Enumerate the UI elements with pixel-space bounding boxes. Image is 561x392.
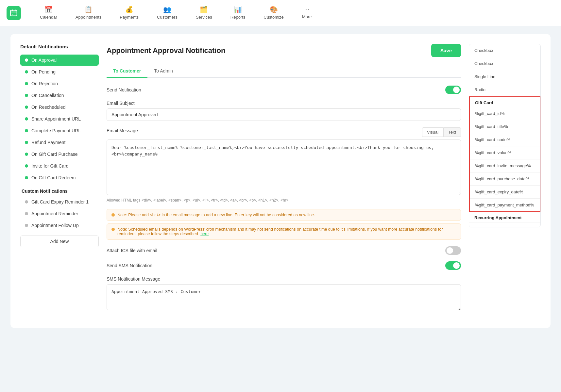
right-panel-gift-card-expiry-date[interactable]: %gift_card_expiry_date% xyxy=(470,186,540,199)
email-subject-row: Email Subject xyxy=(107,101,461,121)
right-panel-scroll[interactable]: Checkbox Checkbox Single Line Radio Gift… xyxy=(469,44,540,227)
sms-message-section: SMS Notification Message Appointment App… xyxy=(107,276,461,311)
right-panel-gift-card-code[interactable]: %gift_card_code% xyxy=(470,133,540,146)
note-1: Note: Please add <br /> in the email mes… xyxy=(107,209,461,221)
visual-text-bar: Visual Text xyxy=(422,127,461,137)
right-panel-item-single-line[interactable]: Single Line xyxy=(469,70,540,83)
nav-item-customers[interactable]: 👥 Customers xyxy=(148,2,187,24)
right-panel-gift-card-purchase-date[interactable]: %gift_card_purchase_date% xyxy=(470,172,540,186)
services-icon: 🗂️ xyxy=(200,6,208,13)
cancellation-dot xyxy=(25,94,28,97)
sidebar-item-on-pending[interactable]: On Pending xyxy=(20,66,99,77)
rescheduled-dot xyxy=(25,106,28,109)
nav-label-services: Services xyxy=(196,15,212,20)
sidebar-item-refund-payment[interactable]: Refund Payment xyxy=(20,137,99,148)
right-panel-gift-card-payment-method[interactable]: %gift_card_payment_method% xyxy=(470,199,540,211)
sidebar-label-gift-purchase: On Gift Card Purchase xyxy=(31,152,78,157)
tab-to-admin[interactable]: To Admin xyxy=(147,65,179,78)
attach-ics-control xyxy=(165,246,461,255)
sidebar-label-complete-payment: Complete Payment URL xyxy=(31,128,81,133)
nav-label-appointments: Appointments xyxy=(76,15,102,20)
logo-icon xyxy=(9,9,18,17)
allowed-tags-text: Allowed HTML tags <div>, <label>, <span>… xyxy=(107,198,461,203)
attach-ics-label: Attach ICS file with email xyxy=(107,248,165,253)
nav-item-appointments[interactable]: 📋 Appointments xyxy=(66,2,111,24)
gift-purchase-dot xyxy=(25,153,28,156)
sidebar-item-appointment-follow-up[interactable]: Appointment Follow Up xyxy=(20,220,99,231)
attach-ics-toggle[interactable] xyxy=(445,246,461,255)
send-notification-toggle[interactable] xyxy=(445,86,461,94)
email-subject-input[interactable] xyxy=(107,108,461,121)
sms-body-textarea[interactable]: Appointment Approved SMS : Customer xyxy=(107,284,461,310)
email-subject-label: Email Subject xyxy=(107,101,165,106)
right-panel-recurring-list[interactable]: %recurring_appointment_list% xyxy=(469,222,540,227)
nav-item-calendar[interactable]: 📅 Calendar xyxy=(31,2,66,24)
visual-button[interactable]: Visual xyxy=(422,127,443,137)
sidebar-item-appointment-reminder[interactable]: Appointment Reminder xyxy=(20,208,99,219)
sidebar: Default Notifications On Approval On Pen… xyxy=(20,44,99,318)
right-panel-item-checkbox-1[interactable]: Checkbox xyxy=(469,44,540,57)
tabs-container: To Customer To Admin xyxy=(107,65,461,78)
nav-item-reports[interactable]: 📊 Reports xyxy=(221,2,255,24)
note-2-link[interactable]: here xyxy=(200,232,209,236)
sidebar-item-complete-payment-url[interactable]: Complete Payment URL xyxy=(20,125,99,136)
sidebar-custom-title: Custom Notifications xyxy=(20,188,99,194)
save-button[interactable]: Save xyxy=(431,44,461,57)
nav-item-services[interactable]: 🗂️ Services xyxy=(187,2,221,24)
nav-label-calendar: Calendar xyxy=(40,15,57,20)
nav-label-payments: Payments xyxy=(120,15,139,20)
app-logo[interactable] xyxy=(7,6,21,20)
sidebar-item-on-rescheduled[interactable]: On Rescheduled xyxy=(20,102,99,113)
sidebar-item-on-approval[interactable]: On Approval xyxy=(20,55,99,66)
right-panel-item-radio[interactable]: Radio xyxy=(469,83,540,96)
reminder-dot xyxy=(25,212,28,215)
sidebar-label-on-rejection: On Rejection xyxy=(31,81,58,86)
sidebar-item-share-appointment-url[interactable]: Share Appointment URL xyxy=(20,113,99,124)
main-panel: Appointment Approval Notification Save T… xyxy=(107,44,461,318)
send-notification-control xyxy=(165,86,461,94)
sidebar-item-on-gift-card-purchase[interactable]: On Gift Card Purchase xyxy=(20,149,99,160)
nav-items: 📅 Calendar 📋 Appointments 💰 Payments 👥 C… xyxy=(31,2,554,24)
panel-title: Appointment Approval Notification xyxy=(107,46,225,55)
nav-label-customers: Customers xyxy=(157,15,178,20)
content-card: Default Notifications On Approval On Pen… xyxy=(10,34,551,328)
note-dot-2 xyxy=(111,228,115,231)
note-2: Note: Scheduled emails depends on WordPr… xyxy=(107,223,461,240)
sidebar-label-refund: Refund Payment xyxy=(31,140,65,145)
customize-icon: 🎨 xyxy=(270,6,278,13)
customers-icon: 👥 xyxy=(163,6,171,13)
nav-item-payments[interactable]: 💰 Payments xyxy=(110,2,148,24)
right-panel: Checkbox Checkbox Single Line Radio Gift… xyxy=(469,44,541,227)
nav-item-more[interactable]: ··· More xyxy=(293,2,321,24)
tab-to-customer[interactable]: To Customer xyxy=(107,65,147,78)
right-panel-gift-card-invite-msg[interactable]: %gift_card_invite_message% xyxy=(470,159,540,172)
sidebar-item-gift-card-expiry[interactable]: Gift Card Expiry Reminder 1 xyxy=(20,196,99,207)
sidebar-item-invite-gift-card[interactable]: Invite for Gift Card xyxy=(20,160,99,172)
right-panel-gift-card-title[interactable]: %gift_card_title% xyxy=(470,120,540,133)
text-button[interactable]: Text xyxy=(443,127,461,137)
right-panel-item-checkbox-2[interactable]: Checkbox xyxy=(469,57,540,70)
gift-card-section-highlighted: Gift Card %gift_card_id% %gift_card_titl… xyxy=(469,96,540,212)
more-icon: ··· xyxy=(304,6,310,13)
note-2-text: Note: Scheduled emails depends on WordPr… xyxy=(117,227,456,236)
nav-item-customize[interactable]: 🎨 Customize xyxy=(254,2,293,24)
nav-label-customize: Customize xyxy=(264,15,283,20)
sidebar-label-reminder: Appointment Reminder xyxy=(31,211,78,216)
right-panel-gift-card-value[interactable]: %gift_card_value% xyxy=(470,146,540,159)
svg-rect-0 xyxy=(10,10,17,16)
right-panel-gift-card-id[interactable]: %gift_card_id% xyxy=(470,107,540,120)
sidebar-label-followup: Appointment Follow Up xyxy=(31,223,79,228)
add-new-button[interactable]: Add New xyxy=(20,236,99,247)
sidebar-item-on-rejection[interactable]: On Rejection xyxy=(20,78,99,89)
sidebar-item-on-cancellation[interactable]: On Cancellation xyxy=(20,90,99,101)
sidebar-label-on-pending: On Pending xyxy=(31,69,56,74)
sidebar-label-share-url: Share Appointment URL xyxy=(31,116,81,122)
recurring-appointment-section-title: Recurring Appointment xyxy=(469,212,540,222)
send-notification-row: Send Notification xyxy=(107,86,461,94)
note-1-text: Note: Please add <br /> in the email mes… xyxy=(117,213,315,217)
send-sms-label: Send SMS Notification xyxy=(107,263,165,268)
email-body-textarea[interactable]: Dear %customer_first_name% %customer_las… xyxy=(107,139,461,195)
send-sms-toggle[interactable] xyxy=(445,261,461,270)
pending-dot xyxy=(25,70,28,74)
sidebar-item-on-gift-card-redeem[interactable]: On Gift Card Redeem xyxy=(20,172,99,183)
